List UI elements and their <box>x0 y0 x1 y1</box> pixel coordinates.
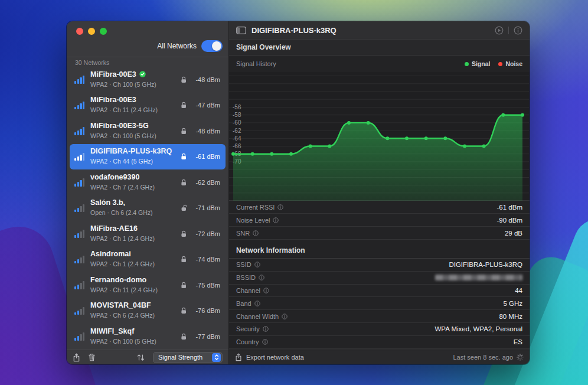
row-value: 5 GHz <box>503 300 522 307</box>
svg-text:-64: -64 <box>233 135 241 142</box>
network-list-item[interactable]: MiFibra-AE16WPA2 · Ch 1 (2.4 GHz)-72 dBm <box>70 221 226 247</box>
row-value: WPA Mixed, WPA2, Personal <box>435 325 522 332</box>
titlebar-divider <box>508 27 509 34</box>
sort-dropdown[interactable]: Signal Strength <box>153 352 223 363</box>
network-rssi: -71 dBm <box>191 204 220 211</box>
info-icon[interactable] <box>273 217 279 223</box>
network-rssi: -74 dBm <box>191 256 220 263</box>
network-sub-label: Open · Ch 6 (2.4 GHz) <box>90 209 153 216</box>
row-value: 80 MHz <box>499 313 522 320</box>
signal-strength-icon <box>74 178 86 187</box>
stat-rows: Current RSSI-61 dBmNoise Level-90 dBmSNR… <box>229 201 530 240</box>
legend-item-signal: Signal <box>465 60 491 67</box>
data-row: BSSID <box>229 272 530 285</box>
network-list: MiFibra-00E3WPA2 · Ch 100 (5 GHz)-48 dBm… <box>67 67 228 350</box>
info-icon[interactable] <box>263 326 269 332</box>
share-icon[interactable] <box>73 353 80 362</box>
signal-strength-icon <box>74 204 86 213</box>
network-rssi: -47 dBm <box>191 102 220 109</box>
network-sub-label: WPA2 · Ch 44 (5 GHz) <box>90 158 153 165</box>
lock-icon <box>181 333 187 340</box>
signal-strength-icon <box>74 76 86 84</box>
network-rssi: -48 dBm <box>191 76 220 83</box>
close-window-button[interactable] <box>76 28 83 35</box>
scan-play-icon[interactable] <box>495 26 504 35</box>
info-circle-icon[interactable] <box>514 26 522 35</box>
network-sub-label: WPA2 · Ch 11 (2.4 GHz) <box>90 286 158 293</box>
network-name: Fernando-domo <box>90 276 181 284</box>
network-list-item[interactable]: DIGIFIBRA-PLUS-k3RQWPA2 · Ch 44 (5 GHz)-… <box>70 144 226 170</box>
redacted-value <box>435 275 522 280</box>
signal-history-chart: -56-58-60-62-64-66-68-70 <box>229 72 530 201</box>
row-value: 29 dB <box>505 230 522 237</box>
dropdown-stepper-icon <box>212 353 221 362</box>
lock-icon <box>181 307 187 314</box>
lock-icon <box>181 153 187 160</box>
row-value: DIGIFIBRA-PLUS-k3RQ <box>449 261 522 268</box>
network-rssi: -75 dBm <box>191 282 220 289</box>
signal-strength-icon <box>74 127 86 135</box>
network-list-item[interactable]: vodafone9390WPA2 · Ch 7 (2.4 GHz)-62 dBm <box>70 169 226 195</box>
info-icon[interactable] <box>254 262 260 267</box>
svg-text:-56: -56 <box>233 104 241 110</box>
signal-history-row: Signal History SignalNoise <box>229 56 530 72</box>
row-label: Noise Level <box>236 217 270 224</box>
sidebar-footer: Signal Strength <box>67 350 228 364</box>
network-rssi: -76 dBm <box>191 307 220 314</box>
data-row: SNR29 dB <box>229 227 530 240</box>
network-list-item[interactable]: Salón 3.b,Open · Ch 6 (2.4 GHz)-71 dBm <box>70 195 226 221</box>
lock-icon <box>181 179 187 186</box>
sort-dropdown-value: Signal Strength <box>158 354 212 361</box>
last-seen-container: Last seen 8 sec. ago <box>453 354 524 361</box>
info-icon[interactable] <box>263 288 269 293</box>
row-label: SSID <box>236 261 251 268</box>
info-icon[interactable] <box>277 204 283 210</box>
export-icon[interactable] <box>235 353 242 361</box>
legend-item-noise: Noise <box>498 60 522 67</box>
data-row: SSIDDIGIFIBRA-PLUS-k3RQ <box>229 259 530 272</box>
network-list-item[interactable]: MOVISTAR_04BFWPA2 · Ch 6 (2.4 GHz)-76 dB… <box>70 298 226 324</box>
network-rssi: -61 dBm <box>191 153 220 160</box>
network-name: vodafone9390 <box>90 173 181 181</box>
all-networks-label: All Networks <box>157 42 197 50</box>
all-networks-toggle[interactable] <box>201 40 223 52</box>
unlock-icon <box>181 204 187 211</box>
signal-strength-icon <box>74 153 86 161</box>
signal-strength-icon <box>74 230 86 238</box>
info-icon[interactable] <box>259 275 264 280</box>
minimize-window-button[interactable] <box>88 28 95 35</box>
row-label: Band <box>236 300 251 307</box>
network-name: DIGIFIBRA-PLUS-k3RQ <box>90 147 181 155</box>
data-row: Channel Width80 MHz <box>229 310 530 323</box>
refresh-spinner-icon <box>517 354 524 361</box>
lock-icon <box>181 102 187 109</box>
network-list-item[interactable]: AsindromaiWPA2 · Ch 1 (2.4 GHz)-74 dBm <box>70 247 226 273</box>
info-icon[interactable] <box>254 301 260 306</box>
zoom-window-button[interactable] <box>100 28 107 35</box>
network-list-item[interactable]: MIWIFI_SkqfWPA2 · Ch 100 (5 GHz)-77 dBm <box>70 324 226 350</box>
last-seen-label: Last seen 8 sec. ago <box>453 354 513 361</box>
row-label: Current RSSI <box>236 204 275 211</box>
legend-label: Signal <box>472 60 491 67</box>
export-network-data-button[interactable]: Export network data <box>246 354 304 361</box>
row-label: Channel Width <box>236 313 279 320</box>
trash-icon[interactable] <box>88 353 96 361</box>
sort-direction-icon[interactable] <box>136 354 145 361</box>
network-list-item[interactable]: Fernando-domoWPA2 · Ch 11 (2.4 GHz)-75 d… <box>70 272 226 298</box>
network-list-item[interactable]: MiFibra-00E3-5GWPA2 · Ch 100 (5 GHz)-48 … <box>70 118 226 144</box>
titlebar-icons <box>495 26 522 35</box>
network-list-item[interactable]: MiFibra-00E3WPA2 · Ch 100 (5 GHz)-48 dBm <box>70 67 226 93</box>
all-networks-toggle-row: All Networks <box>157 40 223 52</box>
signal-strength-icon <box>74 281 86 289</box>
info-icon[interactable] <box>253 230 259 236</box>
toggle-sidebar-icon[interactable] <box>236 27 246 34</box>
network-rssi: -72 dBm <box>191 230 220 237</box>
network-list-item[interactable]: MiFibra-00E3WPA2 · Ch 11 (2.4 GHz)-47 dB… <box>70 93 226 119</box>
signal-strength-icon <box>74 307 86 315</box>
info-icon[interactable] <box>262 339 268 345</box>
network-sub-label: WPA2 · Ch 11 (2.4 GHz) <box>90 106 158 113</box>
info-icon[interactable] <box>282 314 288 319</box>
data-row: SecurityWPA Mixed, WPA2, Personal <box>229 323 530 336</box>
row-value: -90 dBm <box>497 217 522 224</box>
network-rssi: -62 dBm <box>191 179 220 186</box>
